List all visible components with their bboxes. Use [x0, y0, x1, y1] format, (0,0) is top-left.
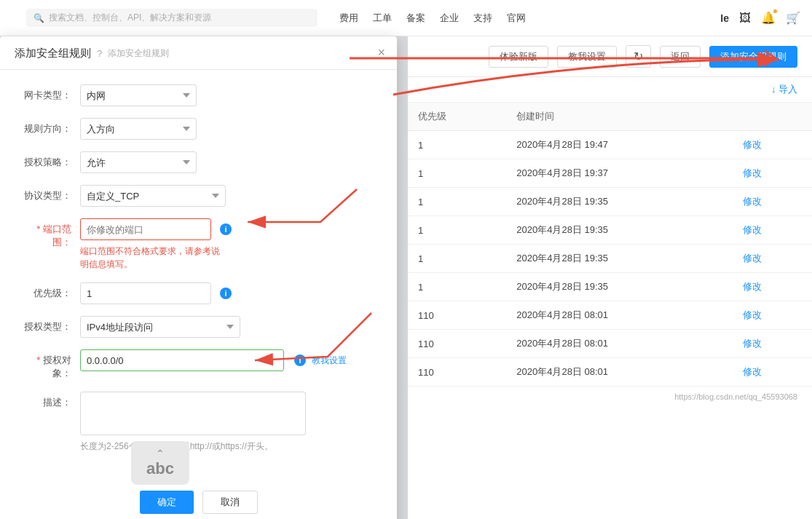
cell-priority: 1: [408, 159, 506, 188]
desc-label: 描述：: [22, 392, 80, 409]
modal-footer: 确定 取消: [0, 479, 397, 519]
cell-created: 2020年4月28日 19:35: [506, 245, 733, 273]
protocol-field: 自定义_TCP: [80, 185, 375, 207]
auth-policy-label: 授权策略：: [22, 151, 80, 169]
cell-priority: 110: [408, 358, 506, 387]
add-rule-button[interactable]: 添加安全组规则: [709, 46, 797, 68]
cell-action[interactable]: 修改: [733, 273, 812, 301]
cell-created: 2020年4月28日 19:35: [506, 216, 733, 245]
protocol-select[interactable]: 自定义_TCP: [80, 185, 226, 207]
modal-dialog: 添加安全组规则 ? 添加安全组规则 × 网卡类型： 内网: [0, 36, 397, 519]
port-error-msg: 端口范围不符合格式要求，请参考说明信息填写。: [80, 245, 226, 271]
auth-object-field: i 教我设置: [80, 349, 375, 371]
nic-type-field: 内网: [80, 84, 375, 106]
col-action: [733, 103, 812, 131]
topbar-nav: 体验新版 费用 工单 备案 企业 支持 官网: [339, 12, 526, 25]
nic-type-label: 网卡类型：: [22, 84, 80, 102]
refresh-button[interactable]: ↻: [626, 45, 651, 68]
nav-item-record[interactable]: 备案: [406, 12, 425, 25]
nav-item-ticket[interactable]: 工单: [373, 12, 392, 25]
form-row-auth-object: * 授权对象： i 教我设置: [22, 349, 375, 380]
cell-action[interactable]: 修改: [733, 131, 812, 159]
confirm-button[interactable]: 确定: [140, 491, 194, 514]
search-icon: 🔍: [33, 13, 44, 23]
cell-priority: 1: [408, 245, 506, 273]
priority-field: i: [80, 282, 375, 304]
form-row-port: * 端口范围： i 端口范围不符合格式要求，请参考说明信息填写。: [22, 218, 375, 271]
priority-info-icon[interactable]: i: [220, 288, 232, 299]
modal-body: 网卡类型： 内网 规则方向： 入方向: [0, 70, 397, 479]
port-label: * 端口范围：: [22, 218, 80, 249]
form-row-protocol: 协议类型： 自定义_TCP: [22, 185, 375, 207]
auth-type-field: IPv4地址段访问: [80, 316, 375, 338]
direction-label: 规则方向：: [22, 118, 80, 135]
import-button[interactable]: ↓ 导入: [771, 83, 797, 96]
table-row: 110 2020年4月28日 08:01 修改: [408, 358, 812, 387]
modal-subtitle: 添加安全组规则: [108, 47, 169, 60]
cell-action[interactable]: 修改: [733, 330, 812, 358]
cell-action[interactable]: 修改: [733, 245, 812, 273]
col-priority: 优先级: [408, 103, 506, 131]
cell-action[interactable]: 修改: [733, 216, 812, 245]
priority-input[interactable]: [80, 282, 211, 304]
main-layout: 添加安全组规则 ? 添加安全组规则 × 网卡类型： 内网: [0, 36, 812, 519]
protocol-label: 协议类型：: [22, 185, 80, 202]
nav-item-enterprise[interactable]: 企业: [440, 12, 459, 25]
auth-object-label: * 授权对象：: [22, 349, 80, 380]
table-row: 110 2020年4月28日 08:01 修改: [408, 330, 812, 358]
cell-priority: 110: [408, 330, 506, 358]
settings-help-button[interactable]: 教我设置: [557, 46, 617, 68]
right-toolbar: 体验新版 教我设置 ↻ 返回 添加安全组规则: [408, 36, 812, 77]
port-info-icon[interactable]: i: [220, 223, 232, 235]
right-actions: ↓ 导入: [408, 77, 812, 103]
image-icon[interactable]: 🖼: [739, 12, 751, 25]
desc-textarea[interactable]: [80, 392, 306, 435]
cell-created: 2020年4月28日 08:01: [506, 358, 733, 387]
form-row-priority: 优先级： i: [22, 282, 375, 304]
auth-policy-select[interactable]: 允许: [80, 151, 197, 173]
modal-title: 添加安全组规则: [15, 47, 91, 60]
modal-close-button[interactable]: ×: [377, 45, 385, 60]
cancel-button[interactable]: 取消: [202, 491, 258, 514]
cell-created: 2020年4月28日 08:01: [506, 301, 733, 330]
back-button[interactable]: 返回: [660, 46, 701, 68]
form-row-desc: 描述： 长度为2-256个字符，不能以http://或https://开头。: [22, 392, 375, 453]
search-bar[interactable]: 🔍 搜索文档、控制台、API、解决方案和资源: [26, 9, 318, 27]
auth-object-row: i 教我设置: [80, 349, 375, 371]
table-row: 1 2020年4月28日 19:35 修改: [408, 245, 812, 273]
auth-policy-field: 允许: [80, 151, 375, 173]
cart-icon[interactable]: 🛒: [786, 11, 800, 25]
auth-type-label: 授权类型：: [22, 316, 80, 333]
cell-action[interactable]: 修改: [733, 188, 812, 216]
auth-type-select[interactable]: IPv4地址段访问: [80, 316, 240, 338]
desc-hint: 长度为2-256个字符，不能以http://或https://开头。: [80, 440, 375, 453]
direction-select[interactable]: 入方向: [80, 118, 197, 140]
nav-item-official[interactable]: 官网: [507, 12, 526, 25]
cell-created: 2020年4月28日 19:35: [506, 188, 733, 216]
help-settings-link[interactable]: 教我设置: [312, 354, 347, 367]
cell-action[interactable]: 修改: [733, 159, 812, 188]
modal-header: 添加安全组规则 ? 添加安全组规则 ×: [0, 36, 397, 70]
port-input[interactable]: [80, 218, 211, 240]
keyboard-label: abc: [146, 459, 174, 478]
experience-new-button[interactable]: 体验新版: [489, 46, 548, 68]
table-row: 1 2020年4月28日 19:35 修改: [408, 188, 812, 216]
table-row: 1 2020年4月28日 19:47 修改: [408, 131, 812, 159]
auth-object-info-icon[interactable]: i: [294, 354, 306, 366]
form-row-nic-type: 网卡类型： 内网: [22, 84, 375, 106]
nav-item-support[interactable]: 支持: [473, 12, 492, 25]
cell-action[interactable]: 修改: [733, 301, 812, 330]
cell-action[interactable]: 修改: [733, 358, 812, 387]
table-row: 1 2020年4月28日 19:35 修改: [408, 273, 812, 301]
table-row: 1 2020年4月28日 19:37 修改: [408, 159, 812, 188]
port-field: i 端口范围不符合格式要求，请参考说明信息填写。: [80, 218, 375, 271]
col-created: 创建时间: [506, 103, 733, 131]
nic-type-select[interactable]: 内网: [80, 84, 197, 106]
direction-field: 入方向: [80, 118, 375, 140]
auth-object-input[interactable]: [80, 349, 284, 371]
desc-field: 长度为2-256个字符，不能以http://或https://开头。: [80, 392, 375, 453]
search-placeholder: 搜索文档、控制台、API、解决方案和资源: [49, 12, 211, 24]
cell-created: 2020年4月28日 19:35: [506, 273, 733, 301]
nav-item-fees[interactable]: 费用: [339, 12, 358, 25]
cell-priority: 1: [408, 131, 506, 159]
